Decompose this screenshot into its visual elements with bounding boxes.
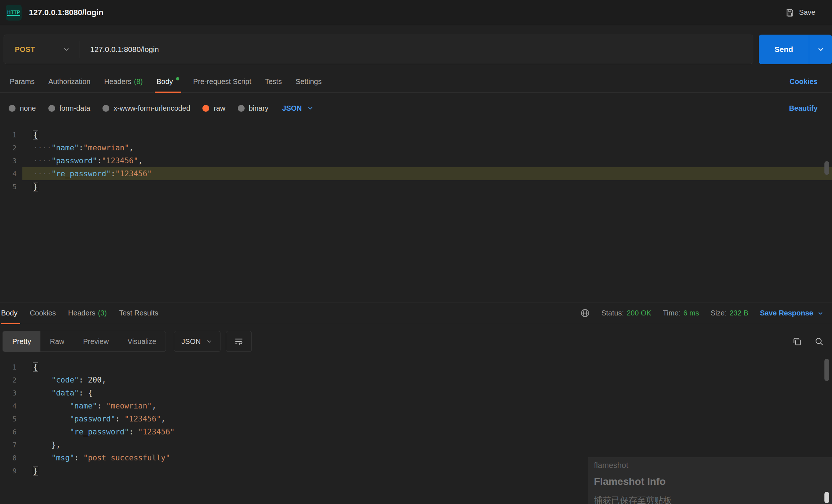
headers-count-badge: (3) [98,309,106,317]
flameshot-notification-overlay: flameshot Flameshot Info 捕获已保存至剪贴板 [588,457,832,504]
radio-icon [48,105,55,112]
code-text[interactable]: } [22,180,832,193]
unsaved-changes-dot [176,77,179,80]
line-number: 3 [0,386,22,399]
code-text[interactable]: "data": { [22,386,832,399]
code-text[interactable]: "code": 200, [22,373,832,386]
tab-body[interactable]: Body [150,71,187,92]
method-select[interactable]: POST [4,45,79,54]
code-line-1[interactable]: 1{ [0,128,832,141]
response-toolbar-right [792,337,824,346]
code-line-4[interactable]: 4····"re_password":"123456" [0,167,832,180]
response-tab-cookies[interactable]: Cookies [24,302,62,324]
code-line-4[interactable]: 4 "name": "meowrian", [0,399,832,412]
response-editor-scrollbar[interactable] [824,359,829,381]
code-text[interactable]: "password": "123456", [22,412,832,425]
response-language-select[interactable]: JSON [174,331,220,352]
save-button[interactable]: Save [783,8,818,18]
tab-label: Body [1,309,18,317]
tab-params[interactable]: Params [3,71,41,92]
wrap-lines-button[interactable] [226,331,252,352]
copy-response-button[interactable] [792,337,802,346]
line-number: 5 [0,180,22,193]
mode-binary[interactable]: binary [238,104,268,112]
code-text[interactable]: "name": "meowrian", [22,399,832,412]
save-icon [785,8,794,17]
mode-x-www-form-urlencoded[interactable]: x-www-form-urlencoded [102,104,190,112]
chevron-down-icon [816,45,825,54]
view-pretty[interactable]: Pretty [3,331,40,352]
send-options-button[interactable] [809,35,832,64]
tab-authorization[interactable]: Authorization [41,71,97,92]
line-number: 2 [0,141,22,154]
url-input[interactable]: 127.0.0.1:8080/login [90,45,159,54]
tab-label: Cookies [30,309,56,317]
response-view-group: Pretty Raw Preview Visualize [3,331,166,352]
code-line-5[interactable]: 5 "password": "123456", [0,412,832,425]
save-label: Save [799,8,815,17]
radio-selected-icon [202,105,209,112]
send-button-group: Send [759,35,832,64]
code-line-6[interactable]: 6 "re_password": "123456" [0,425,832,438]
flameshot-app-name: flameshot [594,461,628,470]
chevron-down-icon [62,45,70,53]
copy-icon [792,337,802,346]
line-number: 4 [0,167,22,180]
chevron-down-icon [307,105,314,112]
cookies-link[interactable]: Cookies [789,78,818,86]
body-language-select[interactable]: JSON [282,104,314,112]
tab-tests[interactable]: Tests [258,71,289,92]
code-text[interactable]: }, [22,438,832,451]
line-number: 7 [0,438,22,451]
tab-settings[interactable]: Settings [289,71,328,92]
size-badge: Size: 232 B [710,309,748,317]
view-visualize[interactable]: Visualize [118,331,166,352]
tab-headers[interactable]: Headers (8) [97,71,150,92]
status-badge: Status: 200 OK [601,309,651,317]
save-response-button[interactable]: Save Response [760,309,824,317]
response-tab-test-results[interactable]: Test Results [113,302,165,324]
code-line-7[interactable]: 7 }, [0,438,832,451]
request-body-editor[interactable]: 1{2····"name":"meowrian",3····"password"… [0,128,832,193]
flameshot-notification-message: 捕获已保存至剪贴板 [594,495,672,504]
globe-icon[interactable] [580,308,590,318]
code-line-1[interactable]: 1{ [0,361,832,373]
mode-raw[interactable]: raw [202,104,225,112]
code-text[interactable]: ····"name":"meowrian", [22,141,832,154]
code-text[interactable]: ····"re_password":"123456" [22,167,832,180]
code-text[interactable]: { [22,361,832,373]
view-preview[interactable]: Preview [74,331,118,352]
response-tab-body[interactable]: Body [0,302,24,324]
body-mode-row: none form-data x-www-form-urlencoded raw… [0,98,832,118]
response-tab-headers[interactable]: Headers (3) [62,302,113,324]
line-number: 8 [0,451,22,464]
request-editor-scrollbar[interactable] [824,161,829,175]
mode-form-data[interactable]: form-data [48,104,91,112]
code-line-2[interactable]: 2····"name":"meowrian", [0,141,832,154]
http-logo-label: HTTP [7,9,20,16]
code-text[interactable]: { [22,128,832,141]
search-response-button[interactable] [814,337,824,346]
code-line-3[interactable]: 3····"password":"123456", [0,154,832,167]
line-number: 9 [0,464,22,477]
mode-none[interactable]: none [9,104,36,112]
send-button[interactable]: Send [759,35,809,64]
time-label: Time: [663,309,680,317]
tab-label: Tests [265,78,282,86]
tab-label: Body [157,78,173,86]
tab-label: Headers [104,78,132,86]
tab-pre-request-script[interactable]: Pre-request Script [186,71,258,92]
code-text[interactable]: "re_password": "123456" [22,425,832,438]
code-text[interactable]: ····"password":"123456", [22,154,832,167]
view-raw[interactable]: Raw [40,331,74,352]
response-meta: Status: 200 OK Time: 6 ms Size: 232 B Sa… [580,302,832,324]
code-line-3[interactable]: 3 "data": { [0,386,832,399]
radio-icon [238,105,245,112]
time-badge: Time: 6 ms [663,309,699,317]
response-header: Body Cookies Headers (3) Test Results St… [0,302,832,324]
code-line-5[interactable]: 5} [0,180,832,193]
beautify-link[interactable]: Beautify [789,104,818,112]
headers-count-badge: (8) [134,78,143,86]
code-line-2[interactable]: 2 "code": 200, [0,373,832,386]
postman-window: HTTP 127.0.0.1:8080/login Save POST 127.… [0,0,832,504]
